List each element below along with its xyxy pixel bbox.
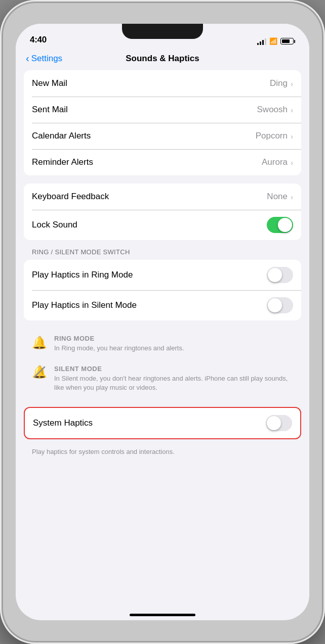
sent-mail-value: Swoosh bbox=[257, 105, 288, 115]
lock-sound-toggle-thumb bbox=[278, 218, 292, 232]
list-item-haptics-ring: Play Haptics in Ring Mode bbox=[24, 260, 301, 290]
bell-slash-icon: 🔔 bbox=[32, 365, 47, 379]
list-item-keyboard-feedback[interactable]: Keyboard Feedback None › bbox=[24, 183, 301, 210]
sound-alerts-section: New Mail Ding › Sent Mail Swoosh › Calen… bbox=[24, 70, 301, 175]
ring-mode-text: Ring Mode In Ring mode, you hear rington… bbox=[54, 335, 293, 353]
list-item-calendar-alerts[interactable]: Calendar Alerts Popcorn › bbox=[24, 123, 301, 149]
signal-icon bbox=[257, 38, 266, 45]
calendar-alerts-value-row: Popcorn › bbox=[256, 131, 293, 141]
system-haptics-label: System Haptics bbox=[33, 418, 93, 428]
reminder-alerts-value-row: Aurora › bbox=[262, 157, 293, 167]
sent-mail-label: Sent Mail bbox=[32, 105, 68, 115]
system-haptics-section: System Haptics bbox=[24, 407, 301, 439]
back-button[interactable]: ‹ Settings bbox=[26, 53, 62, 64]
page-title: Sounds & Haptics bbox=[126, 54, 199, 64]
list-item-sent-mail[interactable]: Sent Mail Swoosh › bbox=[24, 97, 301, 123]
reminder-alerts-value: Aurora bbox=[262, 157, 288, 167]
status-icons: 📶 bbox=[257, 37, 295, 45]
mode-info-area: 🔔 Ring Mode In Ring mode, you hear ringt… bbox=[24, 329, 301, 399]
list-item-new-mail[interactable]: New Mail Ding › bbox=[24, 70, 301, 97]
phone-frame: 4:40 📶 ‹ Set bbox=[0, 0, 325, 644]
new-mail-value-row: Ding › bbox=[270, 78, 293, 88]
sent-mail-chevron-icon: › bbox=[291, 106, 293, 114]
keyboard-feedback-value: None bbox=[267, 192, 288, 202]
ring-mode-title: Ring Mode bbox=[54, 335, 293, 342]
reminder-alerts-chevron-icon: › bbox=[291, 158, 293, 167]
notch bbox=[122, 24, 203, 39]
list-item-haptics-silent: Play Haptics in Silent Mode bbox=[24, 290, 301, 320]
system-haptics-toggle[interactable] bbox=[266, 415, 292, 431]
new-mail-label: New Mail bbox=[32, 78, 67, 88]
haptics-silent-toggle-thumb bbox=[268, 298, 282, 312]
back-label: Settings bbox=[31, 54, 62, 64]
calendar-alerts-label: Calendar Alerts bbox=[32, 131, 91, 141]
ring-silent-header: Ring / Silent Mode Switch bbox=[24, 248, 301, 260]
status-time: 4:40 bbox=[30, 35, 47, 45]
list-item-lock-sound: Lock Sound bbox=[24, 210, 301, 240]
calendar-alerts-chevron-icon: › bbox=[291, 132, 293, 141]
list-item-reminder-alerts[interactable]: Reminder Alerts Aurora › bbox=[24, 149, 301, 175]
feedback-section: Keyboard Feedback None › Lock Sound bbox=[24, 183, 301, 240]
haptics-ring-toggle[interactable] bbox=[267, 267, 293, 283]
lock-sound-toggle[interactable] bbox=[267, 217, 293, 233]
list-item-system-haptics: System Haptics bbox=[25, 408, 300, 438]
silent-mode-text: Silent Mode In Silent mode, you don't he… bbox=[54, 365, 293, 392]
calendar-alerts-value: Popcorn bbox=[256, 131, 288, 141]
new-mail-chevron-icon: › bbox=[291, 79, 293, 88]
keyboard-feedback-label: Keyboard Feedback bbox=[32, 192, 109, 202]
home-indicator[interactable] bbox=[130, 614, 195, 616]
nav-bar: ‹ Settings Sounds & Haptics bbox=[16, 49, 309, 70]
haptics-silent-toggle[interactable] bbox=[267, 297, 293, 313]
system-haptics-caption: Play haptics for system controls and int… bbox=[24, 443, 301, 456]
keyboard-feedback-chevron-icon: › bbox=[291, 193, 293, 201]
bell-icon: 🔔 bbox=[32, 336, 47, 350]
keyboard-feedback-value-row: None › bbox=[267, 192, 293, 202]
silent-mode-info: 🔔 Silent Mode In Silent mode, you don't … bbox=[24, 359, 301, 398]
silent-mode-desc: In Silent mode, you don't hear ringtones… bbox=[54, 374, 293, 392]
ring-mode-info: 🔔 Ring Mode In Ring mode, you hear ringt… bbox=[24, 329, 301, 359]
ring-mode-desc: In Ring mode, you hear ringtones and ale… bbox=[54, 344, 293, 353]
haptics-ring-toggle-thumb bbox=[268, 268, 282, 282]
haptics-silent-label: Play Haptics in Silent Mode bbox=[32, 300, 137, 310]
lock-sound-label: Lock Sound bbox=[32, 220, 77, 230]
ring-silent-section: Play Haptics in Ring Mode Play Haptics i… bbox=[24, 260, 301, 320]
phone-screen: 4:40 📶 ‹ Set bbox=[16, 24, 309, 620]
new-mail-value: Ding bbox=[270, 78, 288, 88]
content-area: New Mail Ding › Sent Mail Swoosh › Calen… bbox=[16, 70, 309, 611]
silent-mode-title: Silent Mode bbox=[54, 365, 293, 373]
battery-icon bbox=[280, 38, 295, 44]
system-haptics-toggle-thumb bbox=[267, 416, 281, 430]
wifi-icon: 📶 bbox=[269, 37, 277, 45]
svg-line-0 bbox=[34, 367, 45, 377]
reminder-alerts-label: Reminder Alerts bbox=[32, 157, 93, 167]
ring-silent-header-area: Ring / Silent Mode Switch Play Haptics i… bbox=[24, 248, 301, 320]
sent-mail-value-row: Swoosh › bbox=[257, 105, 293, 115]
back-chevron-icon: ‹ bbox=[26, 53, 29, 64]
haptics-ring-label: Play Haptics in Ring Mode bbox=[32, 270, 133, 280]
